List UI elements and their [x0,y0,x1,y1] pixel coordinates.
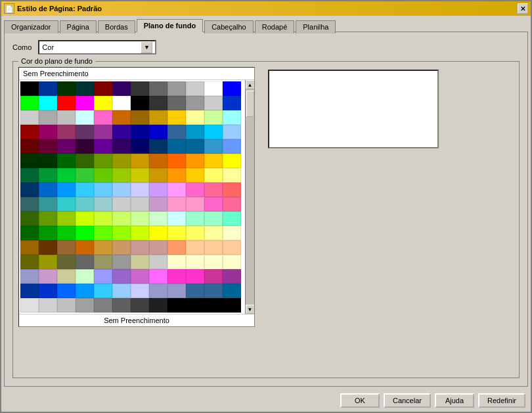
color-cell[interactable] [149,226,167,240]
tab-pagina[interactable]: Página [60,20,97,33]
reset-button[interactable]: Redefinir [478,393,525,408]
tab-planilha[interactable]: Planilha [296,20,336,33]
tab-rodape[interactable]: Rodapé [255,20,295,33]
color-cell[interactable] [149,255,167,269]
color-cell[interactable] [223,284,241,298]
color-cell[interactable] [167,255,186,269]
tab-cabecalho[interactable]: Cabeçalho [204,20,254,33]
tab-bordas[interactable]: Bordas [98,20,135,33]
color-cell[interactable] [223,96,241,110]
color-cell[interactable] [131,154,149,168]
color-cell[interactable] [112,197,131,211]
color-cell[interactable] [167,211,186,226]
color-cell[interactable] [39,226,57,240]
color-cell[interactable] [57,298,76,313]
color-cell[interactable] [57,125,76,139]
color-cell[interactable] [131,96,149,110]
color-cell[interactable] [57,197,76,211]
color-cell[interactable] [112,168,131,183]
color-cell[interactable] [186,110,204,125]
color-cell[interactable] [76,139,94,154]
color-cell[interactable] [94,284,112,298]
color-cell[interactable] [167,269,186,284]
color-cell[interactable] [167,154,186,168]
color-cell[interactable] [94,211,112,226]
color-cell[interactable] [39,125,57,139]
color-cell[interactable] [131,183,149,197]
color-cell[interactable] [223,183,241,197]
color-cell[interactable] [39,298,57,313]
color-cell[interactable] [39,110,57,125]
color-cell[interactable] [39,183,57,197]
color-cell[interactable] [94,240,112,255]
color-cell[interactable] [167,139,186,154]
color-cell[interactable] [204,269,223,284]
color-cell[interactable] [20,168,39,183]
scrollbar-track[interactable] [246,89,254,305]
color-cell[interactable] [20,240,39,255]
color-cell[interactable] [186,96,204,110]
color-cell[interactable] [112,255,131,269]
color-cell[interactable] [204,284,223,298]
color-cell[interactable] [223,269,241,284]
color-cell[interactable] [149,183,167,197]
color-cell[interactable] [112,298,131,313]
color-cell[interactable] [186,226,204,240]
color-cell[interactable] [39,139,57,154]
no-fill-bottom[interactable]: Sem Preenchimento [19,314,254,326]
color-cell[interactable] [167,168,186,183]
tab-organizador[interactable]: Organizador [4,20,58,33]
color-cell[interactable] [57,255,76,269]
color-cell[interactable] [167,284,186,298]
color-cell[interactable] [149,168,167,183]
color-cell[interactable] [223,197,241,211]
color-cell[interactable] [76,269,94,284]
color-cell[interactable] [149,197,167,211]
color-cell[interactable] [94,255,112,269]
color-cell[interactable] [76,298,94,313]
color-cell[interactable] [131,139,149,154]
color-cell[interactable] [39,154,57,168]
color-cell[interactable] [186,125,204,139]
color-cell[interactable] [57,183,76,197]
color-cell[interactable] [186,269,204,284]
cancel-button[interactable]: Cancelar [384,393,431,408]
color-cell[interactable] [149,139,167,154]
color-cell[interactable] [20,211,39,226]
color-cell[interactable] [186,168,204,183]
color-cell[interactable] [39,269,57,284]
color-cell[interactable] [76,240,94,255]
scroll-up-button[interactable]: ▲ [246,80,255,89]
color-cell[interactable] [186,240,204,255]
color-cell[interactable] [94,197,112,211]
color-cell[interactable] [76,255,94,269]
color-cell[interactable] [76,183,94,197]
color-cell[interactable] [149,96,167,110]
color-cell[interactable] [76,96,94,110]
color-cell[interactable] [57,154,76,168]
color-cell[interactable] [223,139,241,154]
color-cell[interactable] [186,139,204,154]
color-cell[interactable] [112,269,131,284]
color-cell[interactable] [39,240,57,255]
color-cell[interactable] [131,81,149,96]
color-cell[interactable] [131,284,149,298]
color-cell[interactable] [186,284,204,298]
color-cell[interactable] [131,269,149,284]
color-cell[interactable] [39,168,57,183]
color-cell[interactable] [186,211,204,226]
color-cell[interactable] [186,154,204,168]
color-cell[interactable] [20,284,39,298]
color-cell[interactable] [94,298,112,313]
color-cell[interactable] [20,139,39,154]
color-cell[interactable] [223,255,241,269]
color-cell[interactable] [131,110,149,125]
color-cell[interactable] [76,110,94,125]
color-cell[interactable] [167,226,186,240]
color-cell[interactable] [112,96,131,110]
help-button[interactable]: Ajuda [435,393,474,408]
color-cell[interactable] [76,168,94,183]
color-cell[interactable] [223,298,241,313]
color-cell[interactable] [223,168,241,183]
color-cell[interactable] [94,183,112,197]
